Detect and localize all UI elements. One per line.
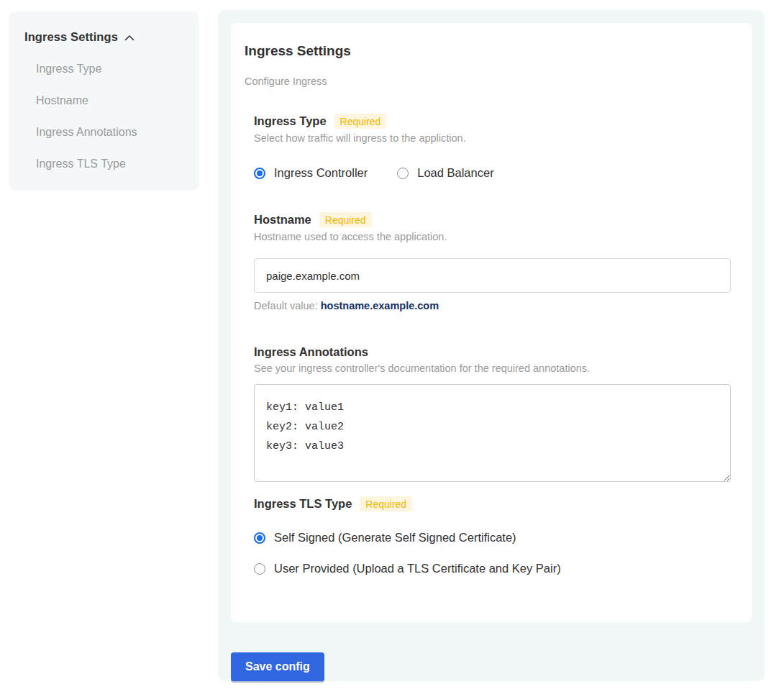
hostname-help: Hostname used to access the application.	[254, 231, 730, 242]
page-subtitle: Configure Ingress	[245, 76, 730, 87]
radio-ingress-controller[interactable]: Ingress Controller	[254, 166, 368, 180]
sidebar-item-ingress-annotations[interactable]: Ingress Annotations	[36, 126, 185, 139]
ingress-annotations-textarea[interactable]: key1: value1 key2: value2 key3: value3	[254, 384, 731, 482]
radio-label: Self Signed (Generate Self Signed Certif…	[274, 531, 516, 545]
hostname-label: Hostname	[254, 213, 311, 227]
required-badge: Required	[319, 212, 372, 227]
radio-user-provided[interactable]: User Provided (Upload a TLS Certificate …	[254, 562, 730, 575]
hostname-input[interactable]	[254, 258, 731, 293]
radio-label: Load Balancer	[417, 166, 493, 180]
default-value-label: Default value:	[254, 300, 318, 311]
ingress-type-options: Ingress Controller Load Balancer	[254, 166, 730, 180]
hostname-default-line: Default value:hostname.example.com	[254, 300, 730, 311]
radio-label: User Provided (Upload a TLS Certificate …	[274, 562, 561, 575]
sidebar-group-title: Ingress Settings	[24, 30, 118, 44]
sidebar-group-ingress-settings[interactable]: Ingress Settings	[24, 30, 185, 44]
group-label-row: Ingress TLS Type Required	[254, 496, 730, 511]
config-groups: Ingress Type Required Select how traffic…	[254, 114, 730, 575]
config-main-panel: Ingress Settings Configure Ingress Ingre…	[218, 10, 765, 681]
sidebar-item-hostname[interactable]: Hostname	[36, 94, 185, 107]
group-ingress-type: Ingress Type Required Select how traffic…	[254, 114, 730, 180]
default-value-text: hostname.example.com	[321, 300, 439, 311]
radio-unselected-icon[interactable]	[397, 168, 409, 179]
sidebar-item-ingress-type[interactable]: Ingress Type	[36, 63, 185, 76]
group-ingress-tls-type: Ingress TLS Type Required Self Signed (G…	[254, 496, 730, 575]
ingress-tls-type-options: Self Signed (Generate Self Signed Certif…	[254, 531, 730, 575]
group-label-row: Hostname Required	[254, 212, 730, 227]
group-label-row: Ingress Type Required	[254, 114, 730, 129]
radio-selected-icon[interactable]	[254, 168, 265, 179]
ingress-annotations-help: See your ingress controller's documentat…	[254, 363, 730, 374]
group-ingress-annotations: Ingress Annotations See your ingress con…	[254, 345, 730, 482]
config-card: Ingress Settings Configure Ingress Ingre…	[231, 23, 752, 622]
radio-label: Ingress Controller	[274, 166, 368, 180]
sidebar-item-ingress-tls-type[interactable]: Ingress TLS Type	[36, 158, 185, 170]
radio-self-signed[interactable]: Self Signed (Generate Self Signed Certif…	[254, 531, 730, 545]
ingress-tls-type-label: Ingress TLS Type	[254, 497, 352, 511]
chevron-up-icon	[124, 35, 135, 41]
required-badge: Required	[334, 114, 387, 129]
radio-unselected-icon[interactable]	[254, 563, 265, 575]
save-config-button[interactable]: Save config	[231, 652, 324, 681]
ingress-type-help: Select how traffic will ingress to the a…	[254, 132, 730, 144]
ingress-type-label: Ingress Type	[254, 114, 327, 128]
radio-selected-icon[interactable]	[254, 532, 265, 544]
config-nav-sidebar: Ingress Settings Ingress Type Hostname I…	[9, 12, 199, 191]
group-hostname: Hostname Required Hostname used to acces…	[254, 212, 730, 311]
ingress-annotations-label: Ingress Annotations	[254, 345, 368, 359]
required-badge: Required	[360, 496, 412, 511]
group-label-row: Ingress Annotations	[254, 345, 730, 359]
page-title: Ingress Settings	[245, 43, 730, 59]
radio-load-balancer[interactable]: Load Balancer	[397, 166, 493, 180]
